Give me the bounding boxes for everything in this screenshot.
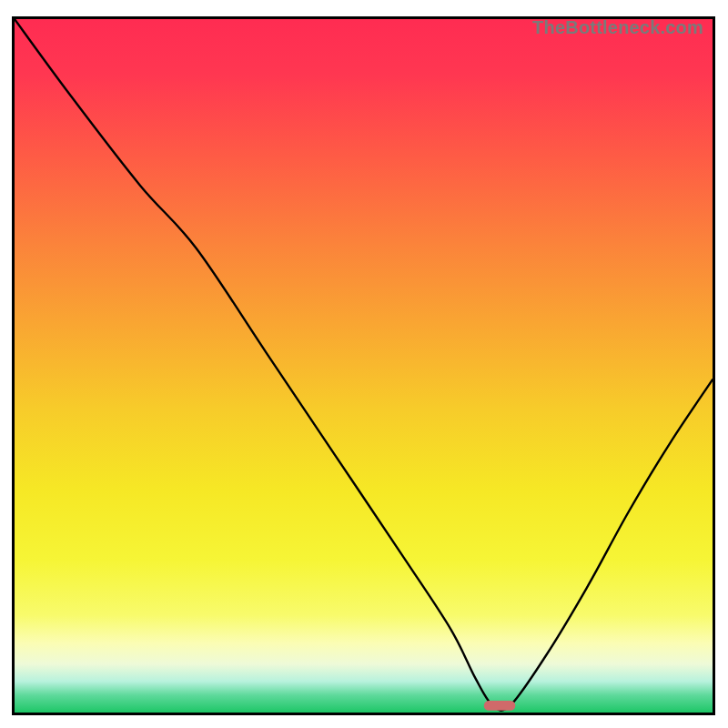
watermark-label: TheBottleneck.com: [532, 17, 703, 38]
optimal-marker: [484, 701, 516, 711]
chart-frame: TheBottleneck.com: [12, 16, 715, 715]
gradient-background: [15, 19, 713, 713]
bottleneck-chart: [15, 19, 713, 713]
